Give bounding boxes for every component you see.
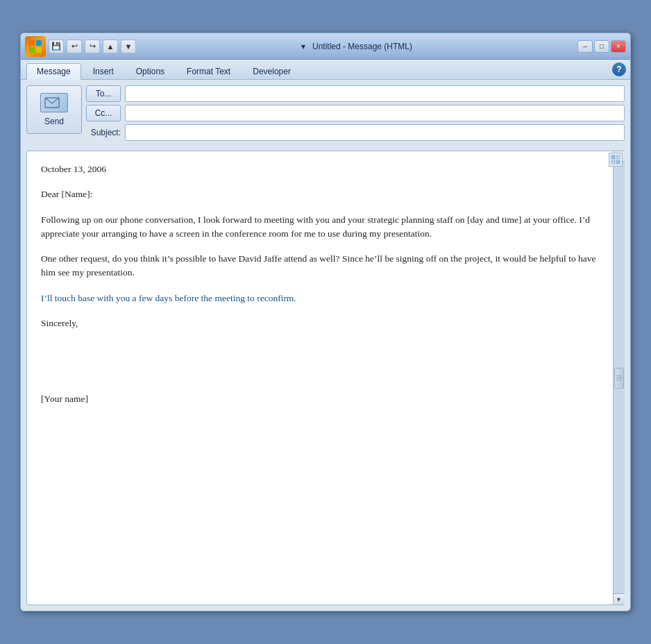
minimize-button[interactable]: – [577, 40, 593, 53]
body-paragraph3: I’ll touch base with you a few days befo… [41, 291, 599, 305]
grip-line-3 [616, 380, 622, 380]
undo-button[interactable]: ↩ [67, 40, 82, 53]
window-title: ▾ Untitled - Message (HTML) [136, 42, 577, 51]
help-icon[interactable]: ? [612, 62, 626, 76]
svg-rect-8 [616, 155, 620, 159]
body-editor[interactable]: October 13, 2006 Dear [Name]: Following … [27, 151, 613, 604]
send-icon [40, 93, 68, 112]
svg-rect-0 [29, 40, 35, 46]
up-button[interactable]: ▲ [103, 40, 118, 53]
redo-button[interactable]: ↪ [85, 40, 100, 53]
tab-message[interactable]: Message [26, 63, 81, 80]
body-paragraph1: Following up on our phone conversation, … [41, 213, 599, 242]
subject-row: Subject: [86, 124, 625, 141]
cc-button[interactable]: Cc... [86, 105, 121, 121]
title-bar-left: 💾 ↩ ↪ ▲ ▼ [25, 36, 136, 57]
svg-line-6 [52, 98, 59, 103]
compose-area: Send To... Cc... Subject: [21, 80, 630, 151]
grip-line-2 [616, 378, 622, 378]
svg-rect-9 [611, 160, 615, 164]
tab-format-text[interactable]: Format Text [176, 63, 241, 79]
body-container: October 13, 2006 Dear [Name]: Following … [26, 151, 625, 605]
cc-input[interactable] [125, 105, 625, 121]
scroll-down-arrow[interactable]: ▼ [614, 593, 625, 604]
ribbon-tabs: Message Insert Options Format Text Devel… [21, 60, 307, 79]
subject-label: Subject: [86, 128, 121, 137]
svg-rect-3 [36, 47, 42, 53]
svg-rect-1 [36, 40, 42, 46]
svg-rect-2 [29, 47, 35, 53]
maximize-button[interactable]: □ [594, 40, 609, 53]
body-signature: [Your name] [41, 392, 599, 406]
to-row: To... [86, 85, 625, 102]
body-salutation: Dear [Name]: [41, 187, 599, 201]
to-button[interactable]: To... [86, 85, 121, 102]
window-controls: – □ × [577, 40, 626, 53]
office-logo [25, 36, 46, 57]
svg-rect-10 [616, 160, 620, 164]
format-icon[interactable] [609, 153, 623, 167]
send-label: Send [44, 117, 64, 126]
close-button[interactable]: × [611, 40, 626, 53]
tab-insert[interactable]: Insert [83, 63, 124, 79]
scroll-thumb[interactable] [614, 368, 624, 389]
scroll-track[interactable] [614, 162, 625, 593]
svg-rect-7 [611, 155, 615, 159]
body-paragraph2: One other request, do you think it’s pos… [41, 252, 599, 280]
fields-area: To... Cc... Subject: [86, 85, 625, 141]
down-button[interactable]: ▼ [121, 40, 136, 53]
tab-developer[interactable]: Developer [242, 63, 301, 79]
tab-options[interactable]: Options [126, 63, 175, 79]
grip-line-1 [616, 375, 622, 376]
body-date: October 13, 2006 [41, 162, 599, 176]
svg-line-5 [45, 98, 52, 103]
body-closing: Sincerely, [41, 316, 599, 330]
title-bar: 💾 ↩ ↪ ▲ ▼ ▾ Untitled - Message (HTML) – … [21, 33, 630, 60]
compose-header: Send To... Cc... Subject: [26, 85, 625, 141]
save-button[interactable]: 💾 [49, 40, 64, 53]
ribbon: Message Insert Options Format Text Devel… [21, 60, 630, 80]
cc-row: Cc... [86, 105, 625, 121]
to-input[interactable] [125, 85, 625, 102]
outlook-window: 💾 ↩ ↪ ▲ ▼ ▾ Untitled - Message (HTML) – … [20, 33, 631, 611]
send-button[interactable]: Send [26, 85, 82, 134]
scrollbar[interactable]: ▲ ▼ [613, 151, 624, 604]
subject-input[interactable] [125, 124, 625, 141]
